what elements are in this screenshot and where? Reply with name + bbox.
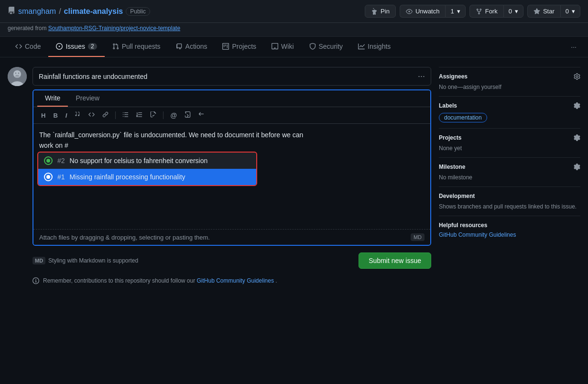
tab-actions[interactable]: Actions [168,37,215,57]
tasklist-btn[interactable] [147,110,159,121]
star-count[interactable]: 0 ▾ [560,5,580,18]
tab-projects-label: Projects [232,43,256,50]
projects-value: None yet [439,145,580,152]
repo-name[interactable]: climate-analysis [64,7,123,16]
preview-tab[interactable]: Preview [68,90,107,107]
issue-title-value[interactable]: Rainfall functions are undocumented [39,73,147,80]
fork-button[interactable]: Fork [469,5,503,18]
documentation-label[interactable]: documentation [439,113,487,122]
tab-wiki-label: Wiki [281,43,294,50]
markdown-icon: MD [33,257,45,264]
tab-projects[interactable]: Projects [215,37,264,57]
more-tabs[interactable]: ··· [567,37,580,56]
svg-point-5 [15,75,20,78]
reference-btn[interactable] [182,110,194,121]
pin-button[interactable]: Pin [365,5,396,18]
issue-title-menu[interactable]: ··· [418,71,425,81]
milestone-section: Milestone No milestone [439,157,580,187]
tab-insights-label: Insights [368,43,391,50]
development-section: Development Shows branches and pull requ… [439,187,580,216]
assignees-gear[interactable] [574,73,580,80]
undo-btn[interactable] [196,110,207,121]
labels-title: Labels [439,102,457,109]
assignees-value[interactable]: No one—assign yourself [439,84,580,90]
issue-open-icon-1 [44,173,53,181]
issue-form: Rainfall functions are undocumented ··· … [33,67,431,285]
fork-count[interactable]: 0 ▾ [503,5,523,18]
milestone-value: No milestone [439,174,580,181]
labels-header: Labels [439,102,580,109]
visibility-badge: Public [126,7,150,16]
toolbar-sep-1 [115,111,116,119]
projects-section: Projects None yet [439,128,580,157]
labels-section: Labels documentation [439,96,580,128]
assignees-title: Assignees [439,73,468,80]
italic-btn[interactable]: I [63,110,70,121]
fork-label: Fork [485,8,498,15]
right-sidebar: Assignees No one—assign yourself Labels … [439,67,580,285]
autocomplete-dropdown: #2 No support for celsius to fahrenheit … [37,152,257,186]
link-btn[interactable] [99,110,111,121]
nav-tabs: Code Issues 2 Pull requests Actions Proj… [0,37,588,57]
tab-issues[interactable]: Issues 2 [48,37,104,57]
milestone-header: Milestone [439,164,580,170]
guidelines-link[interactable]: GitHub Community Guidelines [197,277,274,284]
projects-gear[interactable] [574,134,580,141]
code-btn[interactable] [86,110,98,121]
info-note: Remember, contributions to this reposito… [33,277,431,285]
autocomplete-item-2[interactable]: #2 No support for celsius to fahrenheit … [38,153,256,169]
autocomplete-item-1[interactable]: #1 Missing rainfall processing functiona… [38,169,256,185]
template-link[interactable]: Southampton-RSG-Training/project-novice-… [48,25,180,32]
bullets-btn[interactable] [120,110,131,121]
editor-tabs: Write Preview [33,90,430,107]
tab-security[interactable]: Security [302,37,351,57]
tab-security-label: Security [319,43,343,50]
unwatch-group: Unwatch 1 ▾ [400,5,466,18]
attach-placeholder: Attach files by dragging & dropping, sel… [39,234,210,241]
markdown-label: Styling with Markdown is supported [48,257,138,264]
tab-code[interactable]: Code [8,37,48,57]
markdown-badge: MD [411,233,425,241]
main-content: Rainfall functions are undocumented ··· … [0,57,588,295]
info-text: Remember, contributions to this reposito… [43,277,277,284]
top-bar: smangham / climate-analysis Public Pin U… [0,0,588,23]
attach-bar: Attach files by dragging & dropping, sel… [33,229,430,245]
guidelines-sidebar-link[interactable]: GitHub Community Guidelines [439,231,580,238]
issue-open-icon-2 [44,156,53,165]
repo-icon [8,7,15,16]
quote-btn[interactable] [72,110,84,121]
editor-container: Write Preview H B I [33,89,431,246]
left-panel: Rainfall functions are undocumented ··· … [8,67,431,285]
owner-name[interactable]: smangham [18,7,56,16]
star-button[interactable]: Star [527,5,560,18]
star-label: Star [543,8,555,15]
markdown-info: MD Styling with Markdown is supported [33,257,138,264]
numbered-btn[interactable] [133,110,145,121]
milestone-gear[interactable] [574,164,580,170]
tab-pull-requests[interactable]: Pull requests [105,37,168,57]
tab-insights[interactable]: Insights [350,37,398,57]
mention-btn[interactable]: @ [167,110,180,121]
form-footer: MD Styling with Markdown is supported Su… [33,250,431,272]
unwatch-count[interactable]: 1 ▾ [445,5,465,18]
heading-btn[interactable]: H [38,110,48,121]
submit-button[interactable]: Submit new issue [359,252,431,269]
editor-body[interactable]: The `rainfall_conversion.py` file is und… [33,124,430,229]
issue-2-num: #2 [57,157,65,165]
unwatch-button[interactable]: Unwatch [400,5,446,18]
tab-code-label: Code [25,43,41,50]
top-actions: Pin Unwatch 1 ▾ Fork 0 ▾ [365,5,580,18]
tab-issues-label: Issues [65,43,85,50]
tab-wiki[interactable]: Wiki [264,37,301,57]
write-tab[interactable]: Write [37,90,68,107]
projects-header: Projects [439,134,580,141]
pin-label: Pin [381,8,390,15]
tab-actions-label: Actions [185,43,207,50]
labels-gear[interactable] [574,102,580,109]
issue-1-num: #1 [57,173,65,181]
info-icon [33,277,39,285]
separator: / [59,7,61,16]
bold-btn[interactable]: B [50,110,60,121]
helpful-resources-section: Helpful resources GitHub Community Guide… [439,216,580,244]
generated-from-label: generated from [8,25,46,32]
